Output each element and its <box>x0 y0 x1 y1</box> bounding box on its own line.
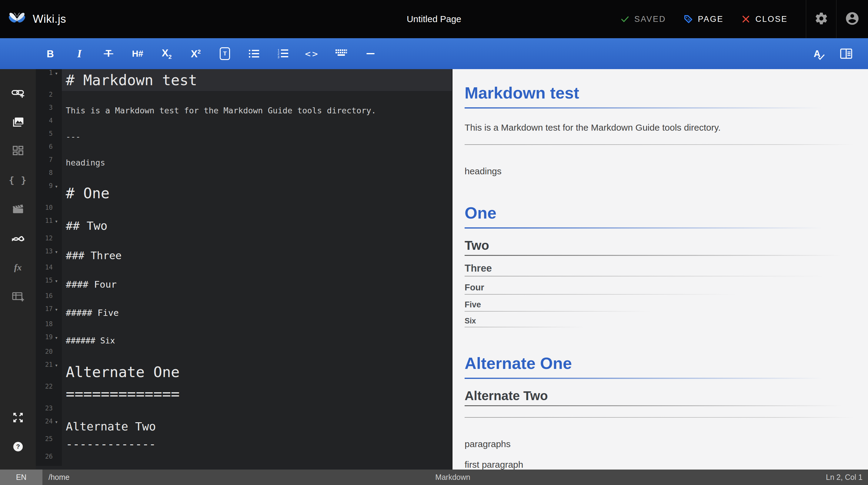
fullscreen-icon[interactable] <box>0 403 36 432</box>
fold-arrow-icon[interactable]: ▾ <box>53 184 60 189</box>
insert-image-icon[interactable] <box>0 107 36 137</box>
line-number-gutter[interactable]: 15▾ <box>36 277 62 292</box>
fold-arrow-icon[interactable]: ▾ <box>53 307 60 312</box>
editor-line[interactable]: 4 <box>36 117 452 130</box>
line-number-gutter[interactable]: 2 <box>36 91 62 104</box>
line-number-gutter[interactable]: 3 <box>36 104 62 117</box>
line-number-gutter[interactable]: 22 <box>36 383 62 405</box>
line-number-gutter[interactable]: 25 <box>36 435 62 453</box>
subscript-icon[interactable]: X2 <box>152 38 181 69</box>
fold-arrow-icon[interactable]: ▾ <box>53 71 60 76</box>
fold-arrow-icon[interactable]: ▾ <box>53 249 60 254</box>
editor-line[interactable]: 5--- <box>36 130 452 143</box>
fold-arrow-icon[interactable]: ▾ <box>53 219 60 224</box>
line-content[interactable] <box>62 348 452 361</box>
horizontal-rule-icon[interactable] <box>356 38 385 69</box>
line-content[interactable]: #### Four <box>62 277 452 292</box>
editor-line[interactable]: 22============= <box>36 383 452 405</box>
line-content[interactable] <box>62 204 452 217</box>
insert-diagram-icon[interactable] <box>0 224 36 253</box>
split-view-icon[interactable] <box>832 38 861 69</box>
line-content[interactable] <box>62 169 452 182</box>
line-content[interactable]: ## Two <box>62 217 452 235</box>
line-content[interactable]: Alternate Two <box>62 418 452 435</box>
editor-line[interactable]: 16 <box>36 292 452 305</box>
insert-video-icon[interactable] <box>0 194 36 224</box>
line-number-gutter[interactable]: 21▾ <box>36 361 62 383</box>
editor-line[interactable]: 3This is a Markdown test for the Markdow… <box>36 104 452 117</box>
line-number-gutter[interactable]: 16 <box>36 292 62 305</box>
editor-line[interactable]: 19▾###### Six <box>36 333 452 348</box>
editor-line[interactable]: 10 <box>36 204 452 217</box>
fold-arrow-icon[interactable]: ▾ <box>53 279 60 283</box>
close-button[interactable]: CLOSE <box>741 14 788 24</box>
line-number-gutter[interactable]: 19▾ <box>36 333 62 348</box>
spellcheck-icon[interactable]: A <box>803 38 832 69</box>
line-number-gutter[interactable]: 6 <box>36 143 62 156</box>
math-function-icon[interactable]: fx <box>0 253 36 282</box>
line-content[interactable] <box>62 292 452 305</box>
line-content[interactable] <box>62 405 452 418</box>
bold-icon[interactable]: B <box>36 38 65 69</box>
line-number-gutter[interactable]: 11▾ <box>36 217 62 235</box>
editor-line[interactable]: 12 <box>36 235 452 248</box>
line-number-gutter[interactable]: 18 <box>36 321 62 333</box>
line-number-gutter[interactable]: 17▾ <box>36 305 62 321</box>
line-content[interactable] <box>62 264 452 277</box>
line-number-gutter[interactable]: 4 <box>36 117 62 130</box>
editor-line[interactable]: 11▾## Two <box>36 217 452 235</box>
line-content[interactable]: This is a Markdown test for the Markdown… <box>62 104 452 117</box>
line-content[interactable] <box>62 143 452 156</box>
italic-icon[interactable]: I <box>65 38 94 69</box>
line-content[interactable]: headings <box>62 156 452 169</box>
editor-line[interactable]: 25------------- <box>36 435 452 453</box>
insert-table-icon[interactable] <box>0 282 36 311</box>
line-content[interactable]: # Markdown test <box>62 69 452 91</box>
bullet-list-icon[interactable] <box>240 38 269 69</box>
keyboard-icon[interactable] <box>327 38 356 69</box>
line-content[interactable]: ### Three <box>62 248 452 264</box>
editor-line[interactable]: 18 <box>36 321 452 333</box>
help-icon[interactable]: ? <box>0 432 36 461</box>
line-content[interactable]: ###### Six <box>62 333 452 348</box>
line-content[interactable]: ------------- <box>62 435 452 453</box>
line-number-gutter[interactable]: 8 <box>36 169 62 182</box>
fold-arrow-icon[interactable]: ▾ <box>53 420 60 424</box>
locale-selector[interactable]: EN <box>0 469 42 485</box>
editor-line[interactable]: 2 <box>36 91 452 104</box>
line-number-gutter[interactable]: 9▾ <box>36 182 62 204</box>
line-number-gutter[interactable]: 20 <box>36 348 62 361</box>
textbox-icon[interactable]: T <box>210 38 240 69</box>
editor-line[interactable]: 8 <box>36 169 452 182</box>
editor-line[interactable]: 23 <box>36 405 452 418</box>
insert-block-icon[interactable] <box>0 137 36 165</box>
fold-arrow-icon[interactable]: ▾ <box>53 335 60 340</box>
editor-line[interactable]: 6 <box>36 143 452 156</box>
editor-line[interactable]: 9▾# One <box>36 182 452 204</box>
editor-line[interactable]: 15▾#### Four <box>36 277 452 292</box>
line-number-gutter[interactable]: 12 <box>36 235 62 248</box>
line-content[interactable]: --- <box>62 130 452 143</box>
line-number-gutter[interactable]: 23 <box>36 405 62 418</box>
page-button[interactable]: PAGE <box>683 14 723 24</box>
line-content[interactable]: ##### Five <box>62 305 452 321</box>
editor-line[interactable]: 1▾# Markdown test <box>36 69 452 91</box>
line-number-gutter[interactable]: 5 <box>36 130 62 143</box>
line-content[interactable]: ============= <box>62 383 452 405</box>
line-number-gutter[interactable]: 26 <box>36 453 62 466</box>
settings-button[interactable] <box>806 0 836 38</box>
line-number-gutter[interactable]: 14 <box>36 264 62 277</box>
numbered-list-icon[interactable]: 123 <box>269 38 298 69</box>
line-content[interactable] <box>62 117 452 130</box>
account-button[interactable] <box>836 0 868 38</box>
strikethrough-icon[interactable]: T <box>94 38 123 69</box>
line-number-gutter[interactable]: 24▾ <box>36 418 62 435</box>
line-content[interactable] <box>62 91 452 104</box>
editor-line[interactable]: 7headings <box>36 156 452 169</box>
line-content[interactable]: # One <box>62 182 452 204</box>
fold-arrow-icon[interactable]: ▾ <box>53 363 60 368</box>
editor-line[interactable]: 14 <box>36 264 452 277</box>
editor-line[interactable]: 13▾### Three <box>36 248 452 264</box>
editor-line[interactable]: 20 <box>36 348 452 361</box>
line-content[interactable]: Alternate One <box>62 361 452 383</box>
